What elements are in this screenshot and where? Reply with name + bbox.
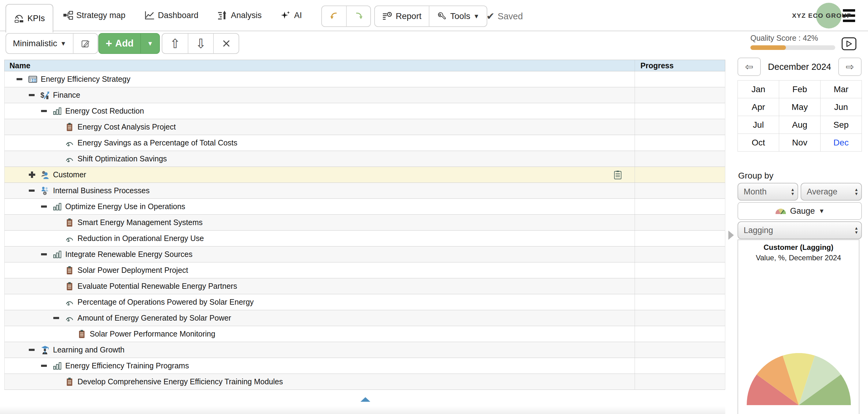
chart-type-label: Gauge <box>790 206 815 216</box>
next-month-button[interactable]: ⇨ <box>838 58 862 76</box>
play-button[interactable] <box>842 37 856 50</box>
table-row-reduction-in-operational-energy-use[interactable]: Reduction in Operational Energy Use <box>5 230 725 247</box>
view-style-value: Minimalistic <box>13 39 57 49</box>
month-cell-oct[interactable]: Oct <box>738 134 779 152</box>
tab-strategy-map[interactable]: Strategy map <box>63 11 126 20</box>
month-cell-jun[interactable]: Jun <box>820 98 862 116</box>
table-row-energy-cost-reduction[interactable]: Energy Cost Reduction <box>5 103 725 119</box>
kpi-type-select[interactable]: Lagging ▴▾ <box>738 221 862 239</box>
progress-cell <box>634 278 725 294</box>
month-cell-aug[interactable]: Aug <box>779 116 820 134</box>
prev-month-button[interactable]: ⇦ <box>738 58 761 76</box>
month-cell-sep[interactable]: Sep <box>820 116 862 134</box>
table-row-optimize-energy-use-in-operations[interactable]: Optimize Energy Use in Operations <box>5 199 725 215</box>
table-row-energy-efficiency-training-programs[interactable]: Energy Efficiency Training Programs <box>5 358 725 374</box>
collapse-toggle[interactable] <box>41 103 53 119</box>
quality-score-label: Quality Score : 42% <box>750 34 818 42</box>
month-cell-may[interactable]: May <box>779 98 820 116</box>
month-cell-dec[interactable]: Dec <box>820 134 862 152</box>
table-row-solar-power-deployment-project[interactable]: Solar Power Deployment Project <box>5 262 725 278</box>
collapse-toggle[interactable] <box>53 310 65 326</box>
tab-kpis[interactable]: KPIs <box>5 4 53 32</box>
table-row-smart-energy-management-systems[interactable]: Smart Energy Management Systems <box>5 215 725 230</box>
row-label: Amount of Energy Generated by Solar Powe… <box>78 314 231 322</box>
collapse-toggle[interactable] <box>17 71 28 87</box>
name-cell: $Finance <box>5 87 634 103</box>
month-cell-apr[interactable]: Apr <box>738 98 779 116</box>
row-label: Reduction in Operational Energy Use <box>78 234 204 243</box>
table-row-energy-efficiency-strategy[interactable]: Energy Efficiency Strategy <box>5 71 725 87</box>
month-cell-feb[interactable]: Feb <box>779 81 820 98</box>
table-row-shift-optimization-savings[interactable]: Shift Optimization Savings <box>5 151 725 167</box>
table-row-amount-of-energy-generated-by-solar-power[interactable]: Amount of Energy Generated by Solar Powe… <box>5 310 725 326</box>
kpi-icon <box>65 298 74 307</box>
progress-cell <box>634 103 725 119</box>
scroll-up-arrow[interactable] <box>361 397 370 402</box>
panel-collapse-handle[interactable] <box>728 230 734 240</box>
learning-growth-icon <box>40 345 50 355</box>
name-cell: Integrate Renewable Energy Sources <box>5 247 634 262</box>
period-select[interactable]: Month ▴▾ <box>738 183 798 200</box>
caret-down-icon: ▼ <box>819 208 825 215</box>
tab-analysis[interactable]: Analysis <box>217 11 262 20</box>
add-dropdown-button[interactable]: ▼ <box>140 34 159 53</box>
tools-button[interactable]: Tools ▼ <box>429 6 487 26</box>
column-header-progress[interactable]: Progress <box>634 60 725 71</box>
redo-button[interactable] <box>346 6 370 26</box>
toggle-spacer <box>53 215 65 230</box>
right-panel: Quality Score : 42% ⇦ December 2024 ⇨ Ja… <box>738 0 863 414</box>
tab-dashboard[interactable]: Dashboard <box>145 11 198 20</box>
select-spinner-icon: ▴▾ <box>855 226 858 234</box>
move-down-button[interactable]: ⇩ <box>188 34 213 53</box>
chart-type-button[interactable]: Gauge ▼ <box>738 202 862 220</box>
gauge-tab-icon <box>14 14 24 23</box>
edit-icon <box>80 39 91 48</box>
collapse-toggle[interactable] <box>29 342 40 358</box>
kpi-icon <box>65 234 74 243</box>
aggregation-select[interactable]: Average ▴▾ <box>801 183 862 200</box>
collapse-toggle[interactable] <box>29 87 40 103</box>
saved-status: ✔ Saved <box>486 5 523 27</box>
month-cell-nov[interactable]: Nov <box>779 134 820 152</box>
undo-button[interactable] <box>322 6 346 26</box>
report-button[interactable]: Report <box>375 6 429 26</box>
table-row-energy-savings-as-a-percentage-of-total-costs[interactable]: Energy Savings as a Percentage of Total … <box>5 135 725 151</box>
table-row-internal-business-processes[interactable]: Internal Business Processes <box>5 183 725 199</box>
table-row-learning-and-growth[interactable]: Learning and Growth <box>5 342 725 358</box>
edit-button[interactable] <box>73 34 97 53</box>
notes-icon[interactable] <box>614 170 622 180</box>
table-row-solar-power-performance-monitoring[interactable]: Solar Power Performance Monitoring <box>5 326 725 342</box>
strategy-map-icon <box>63 11 73 20</box>
collapse-toggle[interactable] <box>41 358 53 374</box>
collapse-toggle[interactable] <box>41 199 53 215</box>
table-row-finance[interactable]: $Finance <box>5 87 725 103</box>
collapse-toggle[interactable] <box>41 247 53 262</box>
add-button[interactable]: + Add <box>99 34 140 53</box>
table-row-percentage-of-operations-powered-by-solar-energy[interactable]: Percentage of Operations Powered by Sola… <box>5 294 725 310</box>
row-label: Solar Power Performance Monitoring <box>90 329 215 338</box>
column-header-name[interactable]: Name <box>5 60 634 71</box>
month-cell-mar[interactable]: Mar <box>820 81 862 98</box>
month-cell-jan[interactable]: Jan <box>738 81 779 98</box>
table-row-integrate-renewable-energy-sources[interactable]: Integrate Renewable Energy Sources <box>5 247 725 262</box>
view-style-dropdown[interactable]: Minimalistic ▼ <box>6 34 73 53</box>
delete-button[interactable] <box>213 34 239 53</box>
table-row-energy-cost-analysis-project[interactable]: Energy Cost Analysis Project <box>5 119 725 135</box>
down-arrow-icon: ⇩ <box>195 36 206 51</box>
tab-ai[interactable]: AI <box>281 11 302 20</box>
month-cell-jul[interactable]: Jul <box>738 116 779 134</box>
collapse-toggle[interactable] <box>29 183 40 199</box>
name-cell: Reduction in Operational Energy Use <box>5 230 634 246</box>
table-row-develop-comprehensive-energy-efficiency-training-modules[interactable]: Develop Comprehensive Energy Efficiency … <box>5 374 725 390</box>
table-row-evaluate-potential-renewable-energy-partners[interactable]: Evaluate Potential Renewable Energy Part… <box>5 278 725 294</box>
expand-toggle[interactable] <box>29 167 40 183</box>
move-up-button[interactable]: ⇧ <box>162 34 188 53</box>
row-label: Energy Cost Reduction <box>65 106 144 116</box>
objective-icon <box>53 106 62 116</box>
table-row-customer[interactable]: Customer <box>5 167 725 183</box>
customer-icon <box>40 170 50 180</box>
name-cell: Develop Comprehensive Energy Efficiency … <box>5 374 634 389</box>
initiative-icon <box>65 123 74 132</box>
logo-text: XYZ ECO GROUP <box>792 12 852 19</box>
analysis-icon <box>217 11 228 20</box>
